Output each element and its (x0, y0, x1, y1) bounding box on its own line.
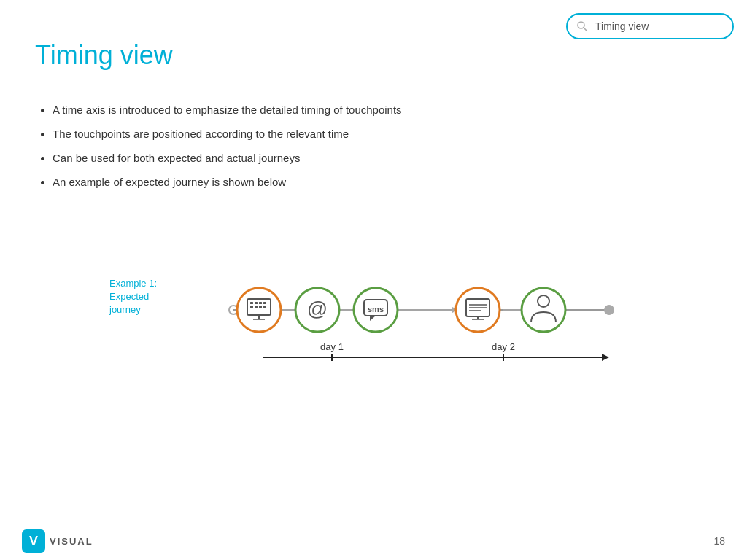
svg-rect-17 (250, 302, 253, 304)
logo-area: V VISUAL (22, 529, 93, 553)
svg-line-1 (584, 28, 587, 31)
svg-marker-41 (602, 354, 609, 361)
svg-rect-23 (259, 306, 262, 308)
bullet-item: An example of expected journey is shown … (53, 174, 402, 190)
bullet-item: A time axis is introduced to emphasize t… (53, 102, 402, 117)
svg-rect-20 (263, 302, 266, 304)
search-box[interactable]: Timing view (566, 13, 734, 39)
logo-text: VISUAL (50, 536, 93, 547)
page-title: Timing view (35, 40, 173, 71)
logo-icon: V (22, 529, 45, 553)
svg-point-31 (456, 288, 500, 332)
svg-rect-22 (255, 306, 258, 308)
bullet-list: A time axis is introduced to emphasize t… (35, 102, 402, 198)
search-label: Timing view (595, 20, 721, 32)
svg-rect-19 (259, 302, 262, 304)
svg-point-13 (237, 288, 281, 332)
example-label: Example 1: Expected journey (109, 277, 157, 317)
svg-text:day 2: day 2 (492, 341, 515, 352)
page-number: 18 (713, 535, 725, 547)
bullet-item: The touchpoints are positioned according… (53, 126, 402, 141)
journey-diagram: @ sms day 1 day 2 (219, 270, 642, 416)
svg-text:@: @ (307, 298, 328, 320)
svg-point-12 (605, 306, 614, 314)
svg-text:day 1: day 1 (320, 341, 344, 352)
bullet-item: Can be used for both expected and actual… (53, 150, 402, 166)
svg-rect-21 (250, 306, 253, 308)
search-icon (575, 19, 589, 34)
svg-rect-24 (263, 306, 266, 308)
svg-text:sms: sms (368, 305, 384, 314)
svg-rect-18 (255, 302, 258, 304)
